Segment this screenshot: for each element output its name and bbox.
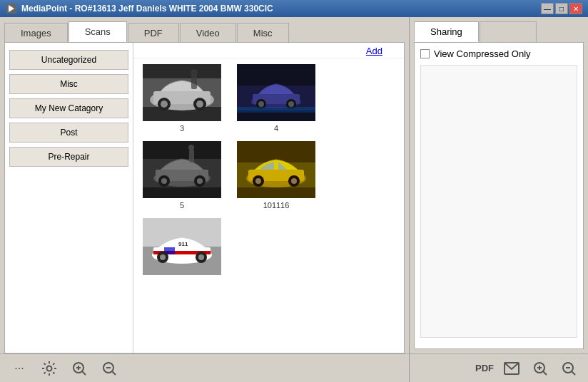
- image-label-3: 3: [180, 124, 184, 133]
- maximize-button[interactable]: □: [555, 3, 568, 14]
- images-grid[interactable]: 3: [133, 58, 404, 353]
- right-zoom-out-button[interactable]: [558, 358, 579, 378]
- svg-rect-10: [191, 75, 197, 89]
- tab-misc[interactable]: Misc: [237, 23, 289, 43]
- zoom-out-icon: [101, 361, 117, 376]
- svg-line-62: [544, 371, 547, 375]
- tab-right-inactive[interactable]: [480, 21, 537, 42]
- main-content: Images Scans PDF Video Misc Uncategorize: [0, 17, 588, 382]
- category-misc[interactable]: Misc: [9, 74, 128, 94]
- svg-point-20: [288, 101, 294, 107]
- right-zoom-in-icon: [532, 361, 548, 376]
- right-zoom-out-icon: [561, 361, 577, 376]
- image-label-4: 4: [274, 124, 278, 133]
- image-item[interactable]: 4: [233, 64, 319, 133]
- image-label-101116: 101116: [263, 201, 290, 210]
- image-item[interactable]: 5: [139, 141, 225, 210]
- app-icon: [6, 3, 17, 14]
- svg-point-18: [258, 101, 264, 107]
- image-item[interactable]: 911: [139, 218, 225, 278]
- tab-sharing[interactable]: Sharing: [414, 21, 479, 42]
- image-thumb-3[interactable]: [143, 64, 221, 121]
- svg-point-49: [160, 254, 166, 260]
- add-bar: Add: [133, 43, 404, 58]
- right-zoom-in-button[interactable]: [529, 358, 551, 378]
- svg-point-11: [191, 69, 198, 76]
- close-button[interactable]: ✕: [569, 3, 582, 14]
- view-compressed-option: View Compressed Only: [420, 48, 577, 59]
- svg-point-29: [197, 178, 203, 184]
- category-my-new-catagory[interactable]: My New Catagory: [9, 98, 128, 118]
- add-link[interactable]: Add: [366, 46, 382, 56]
- zoom-out-button[interactable]: [98, 358, 120, 378]
- window-title: MediaPoint - RO#13613 Jeff Daniels WHITE…: [21, 4, 541, 14]
- email-button[interactable]: [501, 358, 522, 378]
- tab-bar: Images Scans PDF Video Misc: [0, 17, 409, 42]
- svg-rect-21: [237, 107, 315, 113]
- titlebar-buttons: — □ ✕: [541, 3, 582, 14]
- sharing-tab-bar: Sharing: [410, 17, 588, 42]
- tab-content: Uncategorized Misc My New Catagory Post …: [4, 42, 405, 353]
- image-thumb-4[interactable]: [237, 64, 315, 121]
- svg-rect-30: [189, 150, 194, 162]
- view-compressed-checkbox[interactable]: [420, 49, 430, 58]
- right-bottom-toolbar: PDF: [410, 353, 588, 382]
- svg-line-54: [83, 371, 86, 375]
- images-area: Add: [133, 43, 404, 353]
- svg-point-7: [161, 100, 168, 108]
- tab-images[interactable]: Images: [4, 23, 68, 43]
- svg-text:911: 911: [178, 241, 188, 247]
- svg-point-37: [255, 178, 261, 184]
- image-item[interactable]: 101116: [233, 141, 319, 210]
- images-grid-container: 3: [133, 58, 404, 353]
- titlebar: MediaPoint - RO#13613 Jeff Daniels WHITE…: [0, 0, 588, 17]
- image-thumb-101116[interactable]: [237, 141, 315, 198]
- image-label-5: 5: [180, 201, 184, 210]
- view-compressed-label: View Compressed Only: [434, 48, 531, 59]
- category-uncategorized[interactable]: Uncategorized: [9, 50, 128, 70]
- right-panel: Sharing View Compressed Only PDF: [410, 17, 588, 382]
- tab-video[interactable]: Video: [180, 23, 236, 43]
- tab-pdf[interactable]: PDF: [128, 23, 179, 43]
- svg-point-31: [188, 145, 194, 150]
- category-pre-repair[interactable]: Pre-Repair: [9, 147, 128, 167]
- svg-point-51: [198, 254, 204, 260]
- pdf-button[interactable]: PDF: [475, 363, 494, 373]
- svg-point-39: [291, 178, 297, 184]
- category-post[interactable]: Post: [9, 123, 128, 143]
- settings-button[interactable]: [39, 358, 60, 378]
- zoom-in-icon: [71, 361, 87, 376]
- svg-line-66: [572, 371, 576, 375]
- svg-point-27: [161, 178, 167, 184]
- minimize-button[interactable]: —: [541, 3, 554, 14]
- gear-icon: [41, 361, 57, 376]
- svg-line-58: [113, 371, 116, 375]
- sharing-content: View Compressed Only: [414, 42, 584, 349]
- image-thumb-5[interactable]: [143, 141, 221, 198]
- content-area: Uncategorized Misc My New Catagory Post …: [5, 43, 404, 353]
- svg-point-52: [47, 366, 52, 371]
- left-panel: Images Scans PDF Video Misc Uncategorize: [0, 17, 410, 382]
- left-bottom-toolbar: ···: [0, 353, 409, 382]
- image-item[interactable]: 3: [139, 64, 225, 133]
- image-thumb-racing[interactable]: 911: [143, 218, 221, 275]
- tab-scans[interactable]: Scans: [69, 21, 127, 42]
- email-icon: [504, 362, 519, 375]
- sharing-image-area: [420, 65, 577, 338]
- category-sidebar: Uncategorized Misc My New Catagory Post …: [5, 43, 133, 353]
- zoom-in-button[interactable]: [69, 358, 90, 378]
- svg-point-9: [196, 100, 203, 108]
- more-button[interactable]: ···: [9, 358, 30, 378]
